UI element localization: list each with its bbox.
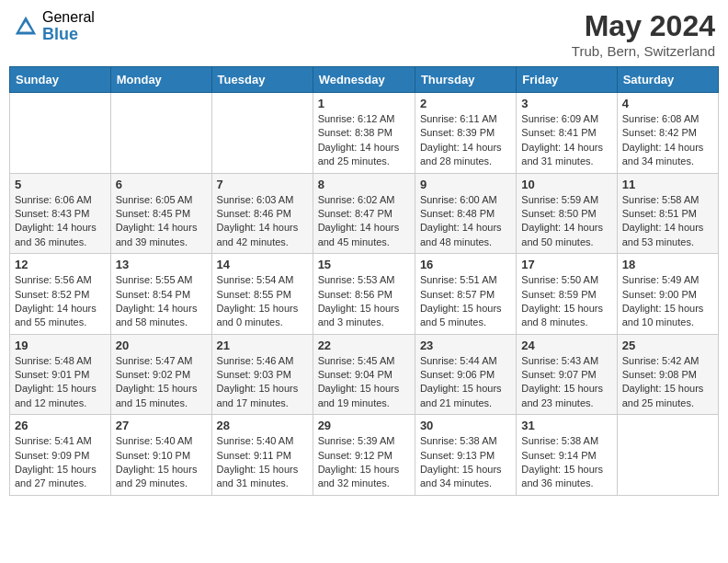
calendar-cell: 13Sunrise: 5:55 AM Sunset: 8:54 PM Dayli… <box>110 254 211 335</box>
day-info: Sunrise: 6:12 AM Sunset: 8:38 PM Dayligh… <box>318 112 410 169</box>
logo-icon <box>13 14 39 40</box>
calendar-cell <box>110 93 211 174</box>
calendar-cell: 22Sunrise: 5:45 AM Sunset: 9:04 PM Dayli… <box>313 334 415 415</box>
day-number: 10 <box>521 178 611 191</box>
day-number: 2 <box>420 97 511 110</box>
day-info: Sunrise: 5:50 AM Sunset: 8:59 PM Dayligh… <box>521 273 611 330</box>
calendar-header-row: SundayMondayTuesdayWednesdayThursdayFrid… <box>10 67 719 93</box>
day-info: Sunrise: 6:03 AM Sunset: 8:46 PM Dayligh… <box>217 193 308 250</box>
calendar-cell: 12Sunrise: 5:56 AM Sunset: 8:52 PM Dayli… <box>10 254 111 335</box>
day-header-sunday: Sunday <box>10 67 111 93</box>
calendar-title: May 2024 <box>572 9 715 43</box>
day-info: Sunrise: 5:44 AM Sunset: 9:06 PM Dayligh… <box>420 354 511 411</box>
calendar-cell: 27Sunrise: 5:40 AM Sunset: 9:10 PM Dayli… <box>110 415 211 496</box>
day-number: 5 <box>15 178 106 191</box>
calendar-cell: 15Sunrise: 5:53 AM Sunset: 8:56 PM Dayli… <box>313 254 415 335</box>
calendar-cell: 25Sunrise: 5:42 AM Sunset: 9:08 PM Dayli… <box>617 334 718 415</box>
calendar-cell: 4Sunrise: 6:08 AM Sunset: 8:42 PM Daylig… <box>617 93 718 174</box>
day-info: Sunrise: 5:56 AM Sunset: 8:52 PM Dayligh… <box>15 273 106 330</box>
day-number: 20 <box>116 339 207 352</box>
day-info: Sunrise: 5:49 AM Sunset: 9:00 PM Dayligh… <box>622 273 713 330</box>
day-info: Sunrise: 5:58 AM Sunset: 8:51 PM Dayligh… <box>622 193 713 250</box>
day-number: 26 <box>15 419 106 432</box>
logo-general: General <box>42 9 95 26</box>
calendar-cell: 20Sunrise: 5:47 AM Sunset: 9:02 PM Dayli… <box>110 334 211 415</box>
day-number: 12 <box>15 258 106 271</box>
day-info: Sunrise: 5:45 AM Sunset: 9:04 PM Dayligh… <box>318 354 410 411</box>
day-number: 9 <box>420 178 511 191</box>
day-number: 8 <box>318 178 410 191</box>
calendar-cell: 3Sunrise: 6:09 AM Sunset: 8:41 PM Daylig… <box>517 93 617 174</box>
title-block: May 2024 Trub, Bern, Switzerland <box>572 9 715 59</box>
day-header-thursday: Thursday <box>415 67 516 93</box>
calendar-cell: 9Sunrise: 6:00 AM Sunset: 8:48 PM Daylig… <box>415 173 516 254</box>
day-info: Sunrise: 5:42 AM Sunset: 9:08 PM Dayligh… <box>622 354 713 411</box>
day-number: 31 <box>521 419 611 432</box>
day-number: 29 <box>318 419 410 432</box>
day-number: 4 <box>622 97 713 110</box>
day-header-friday: Friday <box>517 67 617 93</box>
day-number: 6 <box>116 178 207 191</box>
day-info: Sunrise: 6:06 AM Sunset: 8:43 PM Dayligh… <box>15 193 106 250</box>
calendar-cell: 21Sunrise: 5:46 AM Sunset: 9:03 PM Dayli… <box>211 334 313 415</box>
calendar-cell: 7Sunrise: 6:03 AM Sunset: 8:46 PM Daylig… <box>211 173 313 254</box>
calendar-cell <box>617 415 718 496</box>
day-info: Sunrise: 6:00 AM Sunset: 8:48 PM Dayligh… <box>420 193 511 250</box>
calendar-cell: 8Sunrise: 6:02 AM Sunset: 8:47 PM Daylig… <box>313 173 415 254</box>
day-number: 17 <box>521 258 611 271</box>
calendar-cell: 17Sunrise: 5:50 AM Sunset: 8:59 PM Dayli… <box>517 254 617 335</box>
calendar-week-row: 19Sunrise: 5:48 AM Sunset: 9:01 PM Dayli… <box>10 334 719 415</box>
day-number: 28 <box>217 419 308 432</box>
day-number: 21 <box>217 339 308 352</box>
logo: General Blue <box>13 9 95 43</box>
day-info: Sunrise: 6:02 AM Sunset: 8:47 PM Dayligh… <box>318 193 410 250</box>
calendar-cell: 30Sunrise: 5:38 AM Sunset: 9:13 PM Dayli… <box>415 415 516 496</box>
day-number: 11 <box>622 178 713 191</box>
day-number: 15 <box>318 258 410 271</box>
day-header-monday: Monday <box>110 67 211 93</box>
day-header-saturday: Saturday <box>617 67 718 93</box>
calendar-cell: 18Sunrise: 5:49 AM Sunset: 9:00 PM Dayli… <box>617 254 718 335</box>
day-info: Sunrise: 5:51 AM Sunset: 8:57 PM Dayligh… <box>420 273 511 330</box>
day-number: 23 <box>420 339 511 352</box>
day-number: 24 <box>521 339 611 352</box>
calendar-cell: 11Sunrise: 5:58 AM Sunset: 8:51 PM Dayli… <box>617 173 718 254</box>
day-info: Sunrise: 5:43 AM Sunset: 9:07 PM Dayligh… <box>521 354 611 411</box>
day-number: 30 <box>420 419 511 432</box>
calendar-cell: 16Sunrise: 5:51 AM Sunset: 8:57 PM Dayli… <box>415 254 516 335</box>
day-info: Sunrise: 5:53 AM Sunset: 8:56 PM Dayligh… <box>318 273 410 330</box>
day-info: Sunrise: 6:11 AM Sunset: 8:39 PM Dayligh… <box>420 112 511 169</box>
calendar-cell: 24Sunrise: 5:43 AM Sunset: 9:07 PM Dayli… <box>517 334 617 415</box>
calendar-subtitle: Trub, Bern, Switzerland <box>572 43 715 59</box>
calendar-cell: 2Sunrise: 6:11 AM Sunset: 8:39 PM Daylig… <box>415 93 516 174</box>
day-number: 18 <box>622 258 713 271</box>
day-number: 1 <box>318 97 410 110</box>
day-info: Sunrise: 5:38 AM Sunset: 9:14 PM Dayligh… <box>521 434 611 491</box>
day-info: Sunrise: 6:09 AM Sunset: 8:41 PM Dayligh… <box>521 112 611 169</box>
calendar-week-row: 5Sunrise: 6:06 AM Sunset: 8:43 PM Daylig… <box>10 173 719 254</box>
day-info: Sunrise: 5:47 AM Sunset: 9:02 PM Dayligh… <box>116 354 207 411</box>
day-number: 27 <box>116 419 207 432</box>
day-header-wednesday: Wednesday <box>313 67 415 93</box>
day-info: Sunrise: 5:41 AM Sunset: 9:09 PM Dayligh… <box>15 434 106 491</box>
day-number: 19 <box>15 339 106 352</box>
calendar-cell: 28Sunrise: 5:40 AM Sunset: 9:11 PM Dayli… <box>211 415 313 496</box>
calendar-cell: 19Sunrise: 5:48 AM Sunset: 9:01 PM Dayli… <box>10 334 111 415</box>
calendar-cell <box>211 93 313 174</box>
logo-blue: Blue <box>42 26 95 44</box>
calendar-cell: 10Sunrise: 5:59 AM Sunset: 8:50 PM Dayli… <box>517 173 617 254</box>
day-number: 25 <box>622 339 713 352</box>
day-info: Sunrise: 6:08 AM Sunset: 8:42 PM Dayligh… <box>622 112 713 169</box>
day-info: Sunrise: 5:55 AM Sunset: 8:54 PM Dayligh… <box>116 273 207 330</box>
calendar-cell: 1Sunrise: 6:12 AM Sunset: 8:38 PM Daylig… <box>313 93 415 174</box>
day-number: 7 <box>217 178 308 191</box>
day-header-tuesday: Tuesday <box>211 67 313 93</box>
calendar-cell: 26Sunrise: 5:41 AM Sunset: 9:09 PM Dayli… <box>10 415 111 496</box>
calendar-cell: 6Sunrise: 6:05 AM Sunset: 8:45 PM Daylig… <box>110 173 211 254</box>
day-info: Sunrise: 5:39 AM Sunset: 9:12 PM Dayligh… <box>318 434 410 491</box>
day-info: Sunrise: 5:46 AM Sunset: 9:03 PM Dayligh… <box>217 354 308 411</box>
calendar-week-row: 12Sunrise: 5:56 AM Sunset: 8:52 PM Dayli… <box>10 254 719 335</box>
day-info: Sunrise: 5:40 AM Sunset: 9:11 PM Dayligh… <box>217 434 308 491</box>
day-info: Sunrise: 5:48 AM Sunset: 9:01 PM Dayligh… <box>15 354 106 411</box>
calendar-cell: 14Sunrise: 5:54 AM Sunset: 8:55 PM Dayli… <box>211 254 313 335</box>
